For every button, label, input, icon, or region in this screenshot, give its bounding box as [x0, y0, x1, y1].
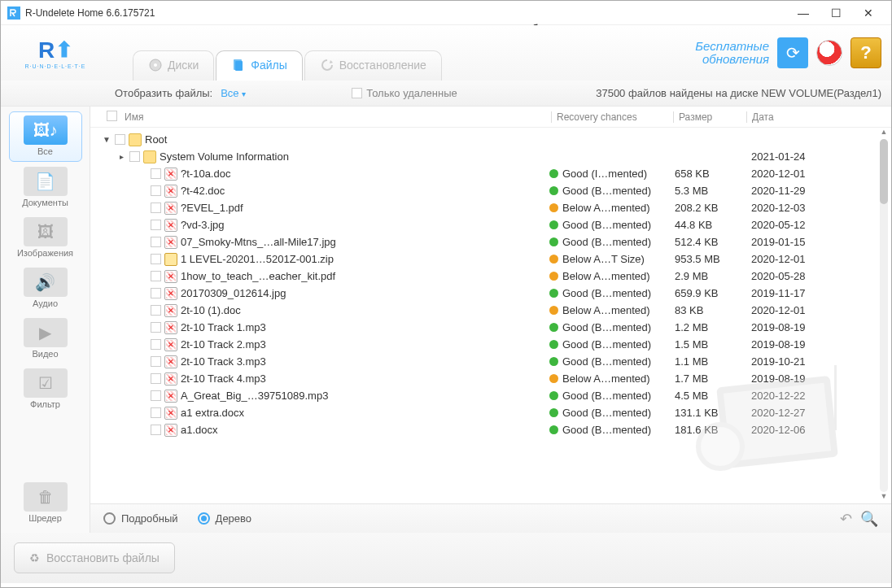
date-cell: 2019-11-17: [751, 287, 873, 299]
scroll-thumb[interactable]: [880, 139, 888, 204]
view-tree-radio[interactable]: Дерево: [198, 512, 251, 525]
close-button[interactable]: ✕: [852, 2, 885, 24]
file-row[interactable]: 1how_to_teach_…eacher_kit.pdfBelow A…men…: [98, 268, 891, 285]
view-detailed-radio[interactable]: Подробный: [103, 512, 178, 525]
row-checkbox[interactable]: [151, 373, 161, 384]
minimize-button[interactable]: —: [787, 2, 820, 24]
disk-icon: [148, 58, 163, 72]
sidebar-item-shredder[interactable]: 🗑 Шредер: [9, 479, 82, 528]
file-row[interactable]: 2t-10 Track 2.mp3Good (B…mented)1.5 MB20…: [98, 336, 891, 353]
row-checkbox[interactable]: [151, 322, 161, 333]
file-row[interactable]: 2t-10 Track 4.mp3Below A…mented)1.7 MB20…: [98, 370, 891, 387]
file-row[interactable]: a1.docxGood (B…mented)181.6 KB2020-12-06: [98, 421, 891, 438]
search-icon[interactable]: 🔍: [860, 510, 878, 528]
checkbox-icon: [352, 88, 362, 98]
file-row[interactable]: 20170309_012614.jpgGood (B…mented)659.9 …: [98, 285, 891, 302]
status-dot-icon: [549, 408, 558, 417]
broken-file-icon: [164, 304, 177, 317]
help-button[interactable]: ?: [850, 37, 881, 68]
row-checkbox[interactable]: [151, 185, 161, 196]
broken-file-icon: [164, 202, 177, 215]
size-cell: 44.8 KB: [675, 219, 748, 231]
row-checkbox[interactable]: [151, 339, 161, 350]
file-row[interactable]: 2t-10 (1).docBelow A…mented)83 KB2020-12…: [98, 302, 891, 319]
maximize-button[interactable]: ☐: [820, 2, 852, 24]
size-cell: 1.7 MB: [675, 372, 748, 385]
recovery-icon: [320, 58, 334, 72]
file-row[interactable]: ▸System Volume Information2021-01-24: [98, 148, 891, 165]
refresh-button[interactable]: ⟳: [777, 37, 808, 68]
updates-link[interactable]: Бесплатные обновления: [695, 40, 769, 66]
view-toolbar: Подробный Дерево ↶ 🔍: [90, 503, 891, 533]
broken-file-icon: [164, 185, 177, 198]
tab-recovery[interactable]: Восстановление: [304, 50, 442, 81]
row-checkbox[interactable]: [151, 288, 161, 298]
sidebar-item-filter[interactable]: ☑ Фильтр: [9, 365, 82, 414]
file-row[interactable]: ▼Root: [98, 131, 891, 148]
app-icon: [7, 7, 20, 20]
row-checkbox[interactable]: [151, 390, 161, 401]
status-dot-icon: [549, 340, 558, 349]
sidebar-item-video[interactable]: ▶ Видео: [9, 315, 82, 364]
file-name: 2t-10 Track 3.mp3: [181, 355, 546, 368]
row-checkbox[interactable]: [151, 271, 161, 281]
sidebar-item-documents[interactable]: 📄 Документы: [9, 163, 82, 212]
video-icon: ▶: [24, 318, 68, 347]
row-checkbox[interactable]: [151, 407, 161, 418]
column-recovery[interactable]: Recovery chances: [551, 111, 673, 123]
file-row[interactable]: 07_Smoky-Mtns_…all-Mile17.jpgGood (B…men…: [98, 233, 891, 250]
updates-line2: обновления: [695, 53, 769, 66]
radio-label: Дерево: [216, 512, 251, 525]
show-files-dropdown[interactable]: Все ▾: [221, 87, 246, 99]
language-button[interactable]: [816, 40, 842, 66]
tab-disks[interactable]: Диски: [133, 50, 214, 81]
scrollbar[interactable]: ▲ ▼: [878, 128, 890, 503]
file-row[interactable]: ?t-42.docGood (B…mented)5.3 MB2020-11-29: [98, 182, 891, 199]
column-date[interactable]: Дата: [746, 111, 868, 123]
file-row[interactable]: a1 extra.docxGood (B…mented)131.1 KB2020…: [98, 404, 891, 421]
file-row[interactable]: ?t-10a.docGood (I…mented)658 KB2020-12-0…: [98, 165, 891, 182]
column-name[interactable]: Имя: [125, 111, 551, 123]
expand-icon[interactable]: ▸: [116, 152, 126, 161]
file-row[interactable]: 2t-10 Track 1.mp3Good (B…mented)1.2 MB20…: [98, 319, 891, 336]
sidebar-item-all[interactable]: 🖼♪ Все: [9, 111, 82, 162]
recover-files-button[interactable]: ♻ Восстановить файлы: [14, 542, 175, 573]
size-cell: 2.9 MB: [675, 270, 748, 282]
row-checkbox[interactable]: [151, 356, 161, 367]
file-row[interactable]: ?EVEL_1.pdfBelow A…mented)208.2 KB2020-1…: [98, 199, 891, 216]
sidebar-item-images[interactable]: 🖼 Изображения: [9, 214, 82, 263]
recovery-cell: Good (B…mented): [549, 321, 671, 333]
row-checkbox[interactable]: [151, 203, 161, 213]
file-row[interactable]: 2t-10 Track 3.mp3Good (B…mented)1.1 MB20…: [98, 353, 891, 370]
row-checkbox[interactable]: [151, 237, 161, 247]
only-deleted-checkbox[interactable]: Только удаленные: [352, 87, 457, 99]
sidebar-item-audio[interactable]: 🔊 Аудио: [9, 264, 82, 313]
folder-icon: [143, 150, 156, 163]
file-name: 2t-10 (1).doc: [181, 304, 546, 316]
row-checkbox[interactable]: [129, 151, 140, 162]
sidebar: 🖼♪ Все 📄 Документы 🖼 Изображения 🔊 Аудио…: [1, 107, 90, 533]
file-name: 1 LEVEL-20201…5201Z-001.zip: [181, 253, 546, 265]
tab-files[interactable]: Файлы: [216, 50, 302, 81]
back-icon[interactable]: ↶: [840, 510, 852, 528]
column-size[interactable]: Размер: [673, 111, 746, 123]
scroll-down-icon[interactable]: ▼: [878, 492, 890, 503]
row-checkbox[interactable]: [115, 134, 125, 145]
row-checkbox[interactable]: [151, 220, 161, 230]
expand-icon[interactable]: ▼: [102, 135, 112, 144]
select-all-checkbox[interactable]: [107, 111, 117, 121]
zip-icon: [164, 253, 177, 266]
file-row[interactable]: 1 LEVEL-20201…5201Z-001.zipBelow A…T Siz…: [98, 250, 891, 268]
recovery-cell: Good (B…mented): [549, 219, 671, 231]
files-icon: [231, 58, 246, 72]
row-checkbox[interactable]: [151, 305, 161, 316]
sidebar-label: Документы: [9, 198, 82, 207]
status-dot-icon: [549, 357, 558, 366]
row-checkbox[interactable]: [151, 254, 161, 264]
row-checkbox[interactable]: [151, 168, 161, 179]
date-cell: 2020-12-01: [751, 168, 873, 180]
file-row[interactable]: ?vd-3.jpgGood (B…mented)44.8 KB2020-05-1…: [98, 216, 891, 233]
row-checkbox[interactable]: [151, 425, 161, 435]
scroll-up-icon[interactable]: ▲: [878, 128, 890, 139]
file-row[interactable]: A_Great_Big_…39751089.mp3Good (B…mented)…: [98, 387, 891, 404]
